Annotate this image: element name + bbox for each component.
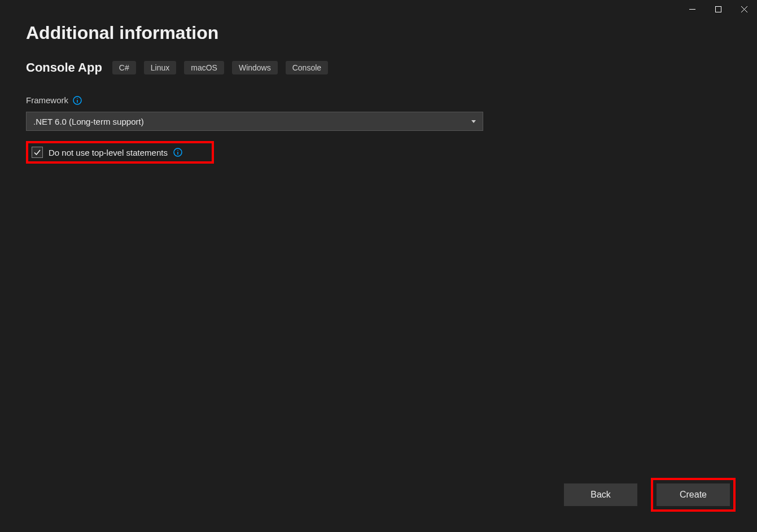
maximize-button[interactable] [705, 0, 731, 18]
maximize-icon [715, 6, 721, 12]
window-titlebar [679, 0, 757, 18]
svg-point-9 [177, 150, 178, 151]
tag-linux: Linux [144, 61, 176, 74]
tag-console: Console [286, 61, 328, 74]
checkbox-label: Do not use top-level statements [49, 148, 168, 157]
tag-macos: macOS [184, 61, 224, 74]
back-button[interactable]: Back [564, 483, 637, 506]
svg-rect-1 [715, 6, 721, 12]
subtitle-row: Console App C# Linux macOS Windows Conso… [26, 60, 731, 75]
minimize-icon [689, 6, 695, 12]
close-icon [741, 6, 747, 12]
framework-selected-value: .NET 6.0 (Long-term support) [33, 117, 144, 126]
framework-label: Framework [26, 95, 68, 105]
svg-point-6 [77, 98, 78, 99]
page-title: Additional information [26, 23, 731, 43]
tag-csharp: C# [112, 61, 136, 74]
close-button[interactable] [731, 0, 757, 18]
top-level-statements-checkbox[interactable] [32, 147, 43, 158]
chevron-down-icon [471, 120, 476, 123]
footer-buttons: Back Create [564, 478, 736, 512]
tags-container: C# Linux macOS Windows Console [112, 61, 328, 74]
checkbox-highlight-box: Do not use top-level statements [26, 141, 214, 164]
content-area: Additional information Console App C# Li… [0, 0, 757, 164]
info-icon[interactable] [73, 96, 82, 105]
framework-label-row: Framework [26, 95, 731, 105]
framework-select[interactable]: .NET 6.0 (Long-term support) [26, 112, 483, 131]
create-highlight-box: Create [651, 478, 736, 512]
check-icon [33, 148, 41, 156]
create-button[interactable]: Create [657, 483, 730, 506]
info-icon[interactable] [173, 148, 182, 157]
minimize-button[interactable] [679, 0, 705, 18]
project-template-name: Console App [26, 60, 102, 75]
tag-windows: Windows [232, 61, 278, 74]
